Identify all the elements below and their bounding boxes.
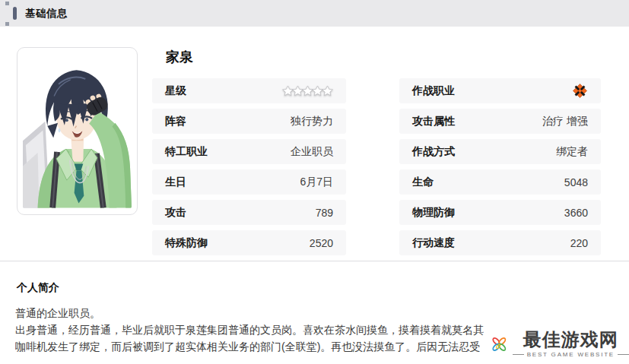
character-name: 家泉 — [166, 48, 193, 66]
stat-row-star-rating: 星级 — [152, 78, 346, 103]
stats-column-right: 作战职业攻击属性治疗 增强作战方式绑定者生命5048物理防御3660行动速度22… — [399, 78, 601, 261]
site-watermark[interactable]: 最佳游戏网 BEST GAME WEBSITE — [488, 324, 629, 364]
stat-label-hp: 生命 — [412, 176, 434, 189]
watermark-subtitle: BEST GAME WEBSITE — [527, 351, 615, 358]
stat-row-birthday: 生日6月7日 — [152, 169, 346, 195]
stat-row-combat-style: 作战方式绑定者 — [399, 139, 601, 164]
stat-value-birthday: 6月7日 — [300, 176, 333, 189]
stat-value-agent-occupation: 企业职员 — [291, 145, 333, 159]
stats-column-left: 星级阵容独行势力特工职业企业职员生日6月7日攻击789特殊防御2520 — [152, 78, 346, 261]
character-portrait-illustration — [23, 53, 132, 209]
knot-logo-icon — [491, 327, 507, 362]
header-accent-bar — [13, 7, 17, 20]
subtitle-dash-left — [513, 354, 524, 355]
watermark-text: 最佳游戏网 BEST GAME WEBSITE — [513, 331, 629, 358]
stat-label-faction: 阵容 — [165, 115, 186, 128]
stat-row-combat-class: 作战职业 — [399, 78, 601, 103]
stat-value-attack: 789 — [316, 207, 333, 219]
star-icon — [322, 85, 333, 97]
stat-value-physical-defense: 3660 — [564, 207, 588, 219]
stat-row-action-speed: 行动速度220 — [399, 230, 601, 255]
watermark-title: 最佳游戏网 — [523, 331, 618, 349]
stat-row-physical-defense: 物理防御3660 — [399, 200, 601, 225]
combat-class-icon — [572, 83, 588, 99]
stat-label-star-rating: 星级 — [165, 84, 186, 98]
stat-label-action-speed: 行动速度 — [412, 236, 455, 250]
watermark-subtitle-row: BEST GAME WEBSITE — [513, 351, 629, 358]
subtitle-dash-right — [618, 354, 629, 355]
stat-value-attack-attribute: 治疗 增强 — [542, 115, 588, 128]
section-divider — [0, 261, 629, 261]
stat-label-agent-occupation: 特工职业 — [165, 145, 208, 159]
section-title: 基础信息 — [25, 7, 68, 21]
star-rating-value — [284, 85, 333, 97]
stat-row-special-defense: 特殊防御2520 — [152, 230, 346, 255]
basic-info-header: 基础信息 — [0, 0, 629, 27]
stat-label-attack-attribute: 攻击属性 — [412, 115, 455, 128]
stat-value-action-speed: 220 — [570, 237, 588, 249]
stat-row-hp: 生命5048 — [399, 169, 601, 195]
character-portrait-card — [17, 47, 138, 215]
profile-section-title: 个人简介 — [17, 281, 59, 295]
profile-line: 普通的企业职员。 — [15, 305, 629, 321]
stat-row-agent-occupation: 特工职业企业职员 — [152, 139, 346, 164]
stat-label-combat-class: 作战职业 — [412, 84, 455, 98]
stat-value-combat-style: 绑定者 — [556, 145, 588, 159]
stat-value-faction: 独行势力 — [291, 115, 333, 128]
selection-handle — [5, 2, 9, 5]
stat-value-special-defense: 2520 — [310, 237, 333, 249]
stat-label-physical-defense: 物理防御 — [412, 206, 455, 220]
stat-label-attack: 攻击 — [165, 206, 186, 220]
selection-handle — [5, 22, 9, 26]
stat-row-faction: 阵容独行势力 — [152, 109, 346, 134]
stat-label-birthday: 生日 — [165, 176, 186, 189]
stat-row-attack: 攻击789 — [152, 200, 346, 225]
combat-class-value — [572, 83, 588, 99]
stat-label-special-defense: 特殊防御 — [165, 236, 208, 250]
stat-value-hp: 5048 — [564, 176, 588, 188]
stat-row-attack-attribute: 攻击属性治疗 增强 — [399, 109, 601, 134]
stat-label-combat-style: 作战方式 — [412, 145, 455, 159]
